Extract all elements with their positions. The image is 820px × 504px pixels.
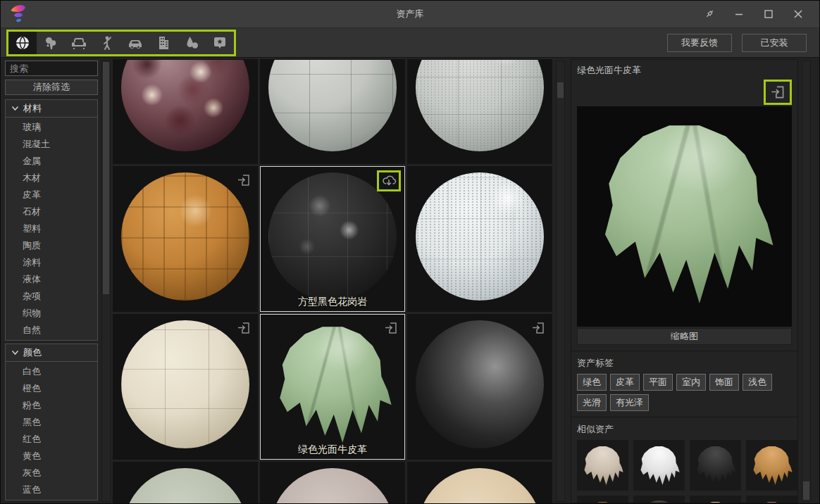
category-materials-sphere-icon[interactable]	[8, 32, 37, 54]
material-section-header[interactable]: 材料	[6, 100, 97, 118]
color-section: 颜色 白色 橙色 粉色 黑色 红色 黄色 灰色 蓝色	[5, 344, 98, 500]
sidebar-scrollbar[interactable]	[101, 61, 111, 502]
tag-indoor[interactable]: 室内	[676, 374, 706, 391]
sidebar-item-liquid[interactable]: 液体	[6, 271, 97, 288]
feedback-button[interactable]: 我要反馈	[667, 34, 732, 52]
asset-tile-gray-tile[interactable]	[260, 59, 405, 164]
sidebar-scrollbar-thumb[interactable]	[103, 62, 109, 294]
material-sphere	[121, 59, 249, 151]
category-vehicle-car-icon[interactable]	[121, 32, 149, 54]
sidebar-item-pink[interactable]: 粉色	[6, 397, 97, 414]
asset-tile-green-leather-selected[interactable]: 绿色光面牛皮革	[260, 314, 405, 460]
sidebar-item-red[interactable]: 红色	[6, 431, 97, 448]
filter-sidebar: 清除筛选 材料 玻璃 混凝土 金属 木材 皮革 石材 塑料 陶质 涂料 液体	[5, 61, 98, 503]
sidebar-item-blue[interactable]: 蓝色	[6, 481, 97, 498]
tag-flat[interactable]: 平面	[643, 374, 673, 391]
category-character-person-icon[interactable]	[93, 32, 121, 54]
similar-asset-beige-cloth[interactable]	[577, 440, 628, 491]
import-asset-button-highlighted[interactable]	[764, 80, 792, 105]
sidebar-item-stone[interactable]: 石材	[6, 203, 97, 220]
chevron-down-icon	[11, 106, 19, 111]
category-furniture-sofa-icon[interactable]	[65, 32, 93, 54]
sidebar-item-leather[interactable]: 皮革	[6, 187, 97, 203]
asset-tile-sage-plaster[interactable]	[113, 462, 258, 503]
maximize-icon[interactable]	[759, 5, 778, 23]
import-asset-icon[interactable]	[381, 318, 401, 338]
search-input[interactable]	[5, 61, 98, 76]
similar-asset-tan-cloth[interactable]	[746, 440, 797, 491]
similar-assets-grid	[577, 440, 792, 503]
import-asset-icon[interactable]	[528, 318, 548, 338]
sidebar-item-white[interactable]: 白色	[6, 363, 97, 380]
tag-green[interactable]: 绿色	[577, 374, 607, 391]
asset-tile-label: 方型黑色花岗岩	[261, 296, 404, 308]
import-asset-icon[interactable]	[234, 318, 254, 338]
material-sphere	[418, 468, 542, 503]
detail-scrollbar-thumb[interactable]	[803, 481, 809, 500]
clear-filter-button[interactable]: 清除筛选	[5, 80, 98, 95]
asset-tile-black-granite[interactable]: 方型黑色花岗岩	[260, 166, 405, 312]
asset-tile-beige-plaster[interactable]	[407, 462, 552, 503]
sidebar-item-ceramic[interactable]: 陶质	[6, 237, 97, 254]
twinmotion-logo-icon	[6, 2, 30, 26]
grid-scrollbar-thumb[interactable]	[557, 82, 564, 98]
asset-tile-black-matte[interactable]	[407, 314, 552, 460]
material-cloth-preview	[270, 325, 395, 443]
grid-scrollbar[interactable]	[556, 61, 565, 502]
asset-tile-wood-parquet[interactable]	[113, 166, 258, 312]
sidebar-item-gray[interactable]: 灰色	[6, 465, 97, 481]
material-sphere	[121, 172, 249, 301]
similar-asset-quilted-sphere[interactable]	[633, 496, 685, 503]
green-leather-cloth-render	[590, 122, 779, 303]
tag-leather[interactable]: 皮革	[610, 374, 640, 391]
material-sphere	[268, 172, 397, 301]
similar-assets-heading: 相似资产	[577, 423, 792, 436]
sidebar-item-paint[interactable]: 涂料	[6, 254, 97, 271]
asset-tile-perforated-white[interactable]	[407, 166, 552, 312]
asset-tile-cream-tile[interactable]	[113, 314, 258, 460]
category-primitives-drop-icon[interactable]	[178, 32, 206, 54]
asset-tile-speckled-gray[interactable]	[407, 59, 552, 164]
tag-light[interactable]: 浅色	[743, 374, 772, 391]
category-building-icon[interactable]	[149, 32, 178, 54]
sidebar-item-wood[interactable]: 木材	[6, 170, 97, 187]
similar-asset-black-cloth[interactable]	[690, 440, 741, 491]
similar-asset-white-cloth[interactable]	[633, 440, 685, 491]
asset-library-window: 资产库	[0, 0, 820, 504]
asset-tile-label: 绿色光面牛皮革	[261, 443, 404, 456]
cloth-thumb	[750, 446, 794, 485]
sidebar-item-glass[interactable]: 玻璃	[6, 119, 97, 136]
material-sphere	[123, 468, 247, 503]
detail-scrollbar[interactable]	[802, 61, 811, 502]
sidebar-item-yellow[interactable]: 黄色	[6, 448, 97, 465]
pin-icon[interactable]	[700, 5, 719, 23]
sidebar-item-misc[interactable]: 杂项	[6, 288, 97, 305]
sidebar-item-metal[interactable]: 金属	[6, 153, 97, 170]
material-section-label: 材料	[23, 102, 42, 115]
asset-tile-mauve-plaster[interactable]	[260, 462, 405, 503]
category-vegetation-tree-icon[interactable]	[37, 32, 65, 54]
import-asset-icon[interactable]	[234, 170, 254, 190]
close-icon[interactable]	[788, 5, 808, 23]
color-section-header[interactable]: 颜色	[6, 344, 97, 362]
minimize-icon[interactable]	[729, 5, 749, 23]
tag-smooth[interactable]: 光滑	[577, 394, 607, 411]
material-sphere	[268, 59, 397, 151]
download-asset-icon-highlighted[interactable]	[377, 170, 401, 191]
sidebar-item-fabric[interactable]: 织物	[6, 305, 97, 322]
sidebar-item-orange[interactable]: 橙色	[6, 380, 97, 397]
sidebar-item-concrete[interactable]: 混凝土	[6, 136, 97, 153]
tag-glossy[interactable]: 有光泽	[610, 394, 649, 411]
similar-asset-rose-cloth[interactable]	[746, 496, 797, 503]
material-sphere	[121, 320, 249, 448]
sidebar-item-plastic[interactable]: 塑料	[6, 220, 97, 237]
titlebar: 资产库	[1, 1, 819, 27]
installed-button[interactable]: 已安装	[742, 34, 807, 52]
sidebar-item-black[interactable]: 黑色	[6, 414, 97, 431]
asset-tile-red-marble[interactable]	[113, 59, 258, 164]
category-decal-icon[interactable]	[206, 32, 234, 54]
tag-finish[interactable]: 饰面	[709, 374, 739, 391]
similar-asset-yellow-cloth[interactable]	[690, 496, 741, 503]
sidebar-item-nature[interactable]: 自然	[6, 322, 97, 339]
similar-asset-brown-cloth[interactable]	[577, 496, 628, 503]
